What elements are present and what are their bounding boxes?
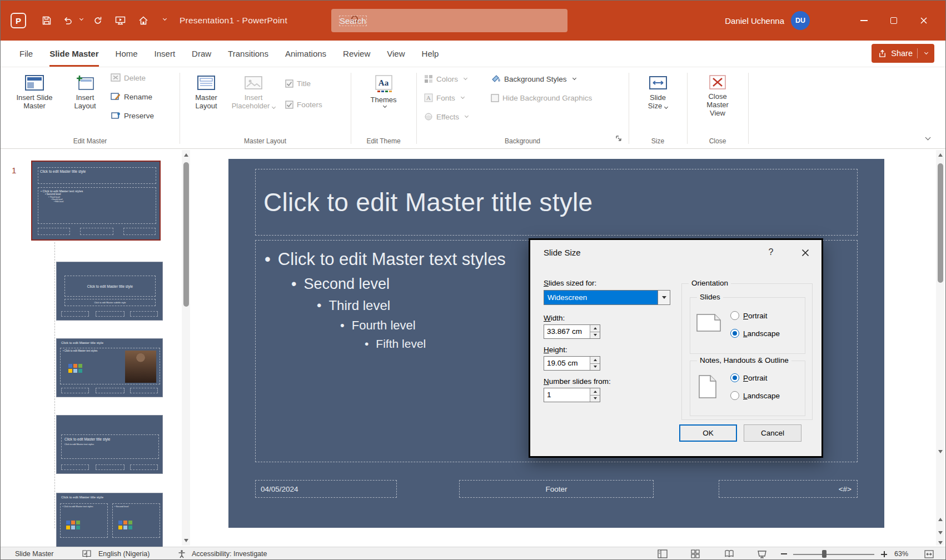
colors-button[interactable]: Colors (424, 72, 467, 86)
next-slide-button[interactable] (938, 531, 943, 534)
scroll-down-icon[interactable] (184, 539, 188, 542)
undo-icon[interactable] (63, 16, 73, 26)
accessibility-status[interactable]: Accessibility: Investigate (192, 547, 267, 560)
avatar[interactable]: DU (791, 11, 810, 30)
scrollbar-thumb[interactable] (938, 163, 943, 283)
tab-file[interactable]: File (19, 41, 33, 67)
slides-landscape-option[interactable]: Landscape (730, 329, 780, 338)
height-input[interactable]: 19.05 cm (544, 356, 600, 371)
height-spin-up-button[interactable] (590, 357, 600, 364)
effects-button[interactable]: Effects (424, 109, 468, 124)
height-spin-down-button[interactable] (590, 364, 600, 371)
slide-size-button[interactable]: Slide Size (634, 72, 681, 132)
width-input[interactable]: 33.867 cm (544, 324, 600, 339)
background-dialog-launcher[interactable] (615, 134, 622, 144)
tab-insert[interactable]: Insert (155, 41, 176, 67)
zoom-out-button[interactable] (781, 547, 787, 560)
fonts-button[interactable]: A Fonts (424, 91, 464, 105)
quick-access-toolbar-chevron-icon[interactable] (161, 19, 166, 20)
cancel-button[interactable]: Cancel (744, 424, 801, 442)
slide-sorter-view-button[interactable] (691, 547, 700, 560)
footers-checkbox[interactable]: Footers (285, 97, 322, 112)
number-slides-from-input[interactable]: 1 (544, 388, 600, 402)
undo-dropdown-chevron-icon[interactable] (77, 19, 83, 20)
master-slide-thumbnail[interactable]: Click to edit Master title style Click t… (31, 161, 161, 241)
zoom-slider-thumb[interactable] (822, 550, 826, 558)
share-button[interactable]: Share (872, 44, 934, 63)
home-icon[interactable] (138, 16, 148, 26)
insert-layout-button[interactable]: Insert Layout (65, 72, 105, 132)
tab-draw[interactable]: Draw (192, 41, 211, 67)
scroll-up-icon[interactable] (938, 153, 943, 157)
maximize-button[interactable] (881, 1, 907, 41)
preserve-button[interactable]: Preserve (111, 108, 154, 123)
scrollbar-thumb[interactable] (183, 162, 189, 307)
layout-thumbnail-two-content[interactable]: Click to edit Master title style Click t… (56, 493, 163, 547)
width-spin-down-button[interactable] (590, 332, 600, 339)
zoom-in-button[interactable] (881, 547, 887, 560)
width-spin-up-button[interactable] (590, 325, 600, 332)
user-name[interactable]: Daniel Uchenna (725, 1, 784, 41)
window-close-button[interactable] (911, 1, 937, 41)
background-styles-button[interactable]: Background Styles (491, 72, 576, 86)
tab-home[interactable]: Home (116, 41, 138, 67)
reading-view-button[interactable] (724, 547, 734, 560)
tab-view[interactable]: View (387, 41, 405, 67)
scroll-down-icon[interactable] (938, 450, 943, 453)
hide-background-graphics-checkbox[interactable]: Hide Background Graphics (491, 91, 592, 105)
fit-slide-to-window-button[interactable] (924, 547, 934, 560)
insert-slide-master-button[interactable]: Insert Slide Master (6, 72, 63, 132)
insert-placeholder-button[interactable]: Insert Placeholder (230, 72, 277, 132)
dialog-title: Slide Size (544, 248, 581, 257)
zoom-slider[interactable] (793, 554, 874, 555)
slide-number-placeholder[interactable]: <#> (719, 480, 858, 498)
footer-text: Footer (545, 485, 567, 493)
dropdown-arrow-button[interactable] (658, 291, 670, 304)
ok-button[interactable]: OK (679, 424, 737, 442)
previous-slide-button[interactable] (938, 518, 943, 521)
scroll-up-icon[interactable] (184, 153, 188, 157)
tab-review[interactable]: Review (343, 41, 370, 67)
zoom-level[interactable]: 63% (894, 547, 908, 560)
document-scrollbar[interactable] (936, 150, 944, 546)
redo-icon[interactable] (93, 16, 103, 26)
themes-button[interactable]: Aa Themes (359, 72, 408, 132)
collapse-ribbon-button[interactable] (923, 132, 930, 142)
footer-placeholder[interactable]: Footer (459, 480, 654, 498)
present-from-beginning-icon[interactable] (115, 16, 126, 26)
titlebar: P Presentation1 - PowerPoint Search Dani… (1, 1, 945, 41)
tab-transitions[interactable]: Transitions (228, 41, 268, 67)
notes-landscape-option[interactable]: Landscape (730, 391, 780, 400)
notes-portrait-option[interactable]: Portrait (730, 373, 768, 382)
scroll-down-icon[interactable] (938, 541, 943, 544)
layout-thumbnail-title-slide[interactable]: Click to edit Master title style Click t… (56, 262, 163, 321)
title-placeholder[interactable]: Click to edit Master title style (255, 169, 858, 236)
minimize-button[interactable] (851, 1, 877, 41)
rename-button[interactable]: Rename (111, 89, 152, 104)
date-placeholder[interactable]: 04/05/2024 (255, 480, 397, 498)
number-spin-up-button[interactable] (590, 388, 600, 396)
tab-slide-master[interactable]: Slide Master (49, 41, 98, 67)
dialog-help-button[interactable]: ? (765, 247, 777, 257)
delete-button[interactable]: Delete (111, 71, 146, 85)
slides-portrait-option[interactable]: Portrait (730, 311, 768, 320)
tab-animations[interactable]: Animations (285, 41, 326, 67)
number-spin-down-button[interactable] (590, 396, 600, 402)
thumbnail-scrollbar[interactable] (182, 150, 190, 546)
save-icon[interactable] (42, 16, 52, 26)
slides-sized-for-dropdown[interactable]: Widescreen (544, 290, 670, 305)
dialog-close-button[interactable] (798, 246, 813, 260)
slideshow-view-button[interactable] (758, 547, 766, 560)
master-layout-button[interactable]: Master Layout (185, 72, 227, 132)
powerpoint-logo-icon[interactable]: P (11, 13, 26, 28)
tab-help[interactable]: Help (422, 41, 439, 67)
search-input[interactable]: Search (331, 9, 567, 32)
close-master-view-button[interactable]: Close Master View (698, 72, 737, 132)
normal-view-button[interactable] (658, 547, 668, 560)
layout-thumbnail-section[interactable]: Click to edit Master title style Click t… (56, 415, 163, 474)
language-label[interactable]: English (Nigeria) (98, 547, 150, 560)
title-checkbox[interactable]: Title (285, 76, 311, 91)
thumb-content-placeholder: Click to edit Master text styles (60, 348, 160, 384)
spellcheck-icon[interactable] (82, 547, 92, 560)
layout-thumbnail-content-picture[interactable]: Click to edit Master title style Click t… (56, 338, 163, 397)
